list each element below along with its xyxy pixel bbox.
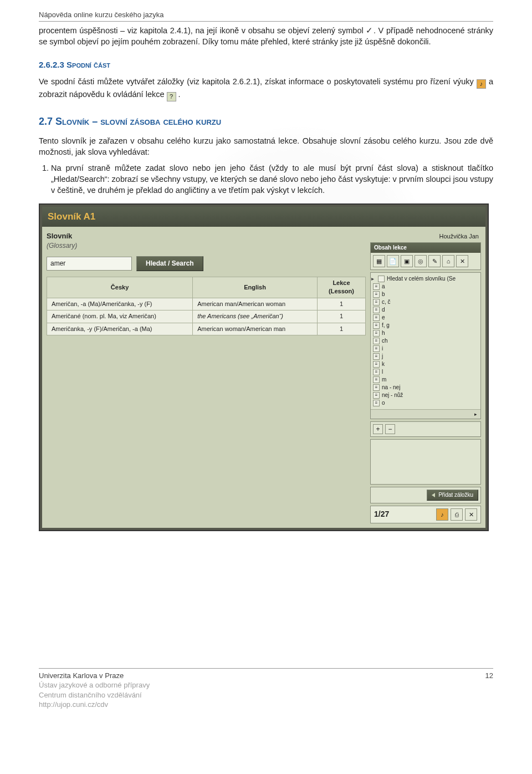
text: procentem úspěšnosti – viz kapitola 2.4.… — [39, 26, 366, 35]
footer-line-1: Univerzita Karlova v Praze — [39, 671, 150, 681]
nav-item-label: nej - nůž — [382, 391, 403, 399]
nav-item[interactable]: ≡b — [371, 291, 478, 298]
table-row[interactable]: Američané (nom. pl. Ma, viz Američan)the… — [47, 310, 366, 323]
toolbar-icon[interactable]: ▦ — [373, 255, 385, 267]
nav-box-icon: ≡ — [373, 353, 380, 360]
page-footer: Univerzita Karlova v Praze Ústav jazykov… — [39, 668, 493, 710]
nav-item[interactable]: ≡o — [371, 399, 478, 407]
cell-cz: Američané (nom. pl. Ma, viz Američan) — [47, 310, 193, 323]
app-title-bar: Slovník A1 — [42, 207, 485, 227]
nav-item[interactable]: ≡nej - nůž — [371, 391, 478, 399]
toolbar-icon[interactable]: ✎ — [428, 255, 441, 267]
zoom-in-icon[interactable]: + — [373, 424, 383, 434]
nav-item[interactable]: ≡h — [371, 329, 478, 337]
footer-line-2: Ústav jazykové a odborné přípravy — [39, 680, 150, 690]
nav-item-label: e — [382, 314, 385, 322]
status-icon[interactable]: ⎙ — [451, 508, 463, 521]
nav-box-icon: ≡ — [373, 392, 380, 399]
footer-line-3: Centrum distančního vzdělávání — [39, 690, 150, 700]
cell-lesson: 1 — [318, 323, 366, 335]
toolbar-icon[interactable]: ⌂ — [442, 255, 454, 267]
nav-item[interactable]: ≡m — [371, 376, 478, 384]
glossary-table: Česky English Lekce (Lesson) Američan, -… — [47, 277, 366, 335]
nav-box-icon: ≡ — [373, 369, 380, 375]
panel-sublabel: (Glossary) — [47, 241, 366, 251]
cell-en: American woman/American man — [193, 323, 318, 335]
nav-item[interactable]: ≡k — [371, 360, 478, 368]
nav-item-label: f, g — [382, 322, 390, 329]
nav-item-label: b — [382, 291, 385, 298]
nav-item-label: l — [382, 368, 383, 376]
nav-box-icon: ≡ — [373, 330, 380, 337]
body-paragraph-3: Tento slovník je zařazen v obsahu celého… — [39, 135, 493, 158]
nav-search-label: Hledat v celém slovníku (Se — [387, 275, 456, 283]
status-icon[interactable]: ♪ — [436, 508, 448, 521]
provider-icon: ♪ — [477, 79, 486, 89]
nav-search-row[interactable]: Hledat v celém slovníku (Se — [371, 275, 478, 283]
nav-item-label: j — [382, 353, 383, 360]
nav-box-icon — [378, 276, 385, 282]
heading-2-6-2-3: 2.6.2.3 Spodní část — [39, 59, 493, 70]
list-item-1: Na první straně můžete zadat slovo nebo … — [51, 162, 493, 196]
nav-box-icon: ≡ — [373, 400, 380, 406]
nav-item[interactable]: ≡c, č — [371, 298, 478, 306]
heading-2-7: 2.7 Slovník – slovní zásoba celého kurzu — [39, 115, 493, 129]
nav-item[interactable]: ≡f, g — [371, 322, 478, 329]
scroll-right-icon[interactable]: ▸ — [371, 409, 480, 419]
text: . — [178, 90, 181, 99]
nav-item-label: na - nej — [382, 384, 400, 391]
nav-item[interactable]: ≡ch — [371, 337, 478, 345]
nav-item-label: h — [382, 329, 385, 337]
nav-item-label: ch — [382, 337, 388, 345]
arrow-left-icon — [432, 493, 435, 497]
help-icon: ? — [167, 92, 176, 101]
search-input[interactable]: amer — [47, 257, 132, 271]
nav-item[interactable]: ≡i — [371, 345, 478, 353]
col-english: English — [193, 277, 318, 298]
page-counter: 1/27 — [374, 509, 389, 520]
nav-box-icon: ≡ — [373, 307, 380, 313]
toolbar-icon[interactable]: 📄 — [387, 255, 399, 267]
body-paragraph-1: procentem úspěšnosti – viz kapitola 2.4.… — [39, 25, 493, 48]
nav-item-label: o — [382, 399, 385, 407]
nav-item-label: i — [382, 345, 383, 353]
cell-en: the Americans (see „Američan“) — [193, 310, 318, 323]
toolbar-icon[interactable]: ▣ — [401, 255, 413, 267]
bookmark-label: Přidat záložku — [438, 491, 473, 499]
nav-item[interactable]: ≡j — [371, 353, 478, 360]
panel-label: Slovník — [47, 231, 366, 241]
embedded-app-window: Slovník A1 Slovník (Glossary) amer Hleda… — [39, 203, 489, 531]
panel-obsah-title: Obsah lekce — [371, 243, 480, 253]
table-row[interactable]: Američanka, -y (F)/Američan, -a (Ma)Amer… — [47, 323, 366, 335]
nav-box-icon: ≡ — [373, 291, 380, 298]
cell-lesson: 1 — [318, 310, 366, 323]
nav-box-icon: ≡ — [373, 361, 380, 368]
search-button[interactable]: Hledat / Search — [136, 256, 203, 271]
col-cesky: Česky — [47, 277, 193, 298]
nav-item-label: m — [382, 376, 386, 384]
footer-link[interactable]: http://ujop.cuni.cz/cdv — [39, 700, 108, 709]
cell-cz: Američan, -a (Ma)/Američanka, -y (F) — [47, 298, 193, 310]
check-icon: ✓ — [366, 26, 374, 35]
nav-item[interactable]: ≡l — [371, 368, 478, 376]
nav-box-icon: ≡ — [373, 338, 380, 344]
body-paragraph-2: Ve spodní části můžete vytvářet záložky … — [39, 76, 493, 101]
add-bookmark-button[interactable]: Přidat záložku — [427, 490, 478, 501]
nav-item[interactable]: ≡na - nej — [371, 384, 478, 391]
page-number: 12 — [485, 671, 493, 710]
nav-item-label: a — [382, 283, 385, 291]
cell-cz: Američanka, -y (F)/Američan, -a (Ma) — [47, 323, 193, 335]
nav-box-icon: ≡ — [373, 345, 380, 352]
nav-item[interactable]: ≡a — [371, 283, 478, 291]
toolbar-close-icon[interactable]: ✕ — [456, 255, 468, 267]
status-close-icon[interactable]: ✕ — [465, 508, 477, 521]
nav-item[interactable]: ≡e — [371, 314, 478, 322]
nav-box-icon: ≡ — [373, 376, 380, 383]
user-label: Houžvička Jan — [370, 231, 481, 242]
table-row[interactable]: Američan, -a (Ma)/Američanka, -y (F)Amer… — [47, 298, 366, 310]
cell-en: American man/American woman — [193, 298, 318, 310]
nav-item[interactable]: ≡d — [371, 306, 478, 314]
nav-box-icon: ≡ — [373, 299, 380, 305]
toolbar-icon[interactable]: ◎ — [415, 255, 427, 267]
zoom-out-icon[interactable]: − — [385, 424, 395, 434]
